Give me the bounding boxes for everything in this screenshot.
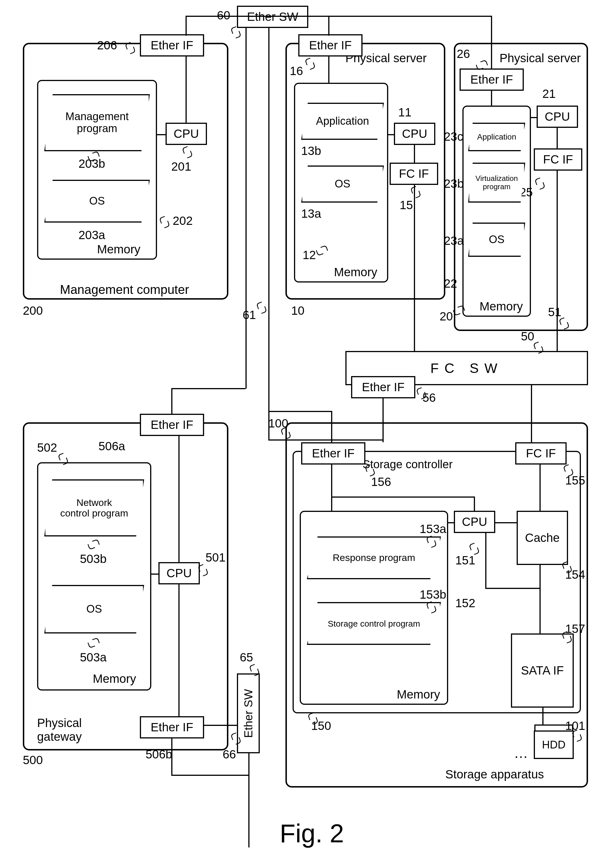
gw-ether-if-b: Ether IF: [140, 716, 204, 738]
ref-13a: 13a: [301, 207, 321, 221]
ref-15: 15: [399, 198, 413, 212]
s2-memory-label: Memory: [479, 300, 523, 313]
ref-503b: 503b: [80, 552, 106, 566]
ref-23b: 23b: [444, 177, 464, 191]
management-computer-label: Management computer: [60, 282, 189, 297]
fcsw-ether-if: Ether IF: [351, 376, 415, 398]
ref-11: 11: [398, 106, 412, 119]
ref-200: 200: [23, 304, 43, 317]
ref-61: 61: [243, 308, 256, 322]
ref-23c: 23c: [444, 130, 463, 144]
s2-os: OS: [468, 222, 525, 257]
ref-12: 12: [303, 248, 316, 262]
s2-application: Application: [468, 123, 525, 151]
s1-memory-label: Memory: [334, 265, 377, 279]
mgmt-program: Management program: [44, 94, 150, 151]
gw-memory-label: Memory: [93, 672, 136, 686]
storage-control-program: Storage control program: [307, 602, 441, 645]
s1-os: OS: [301, 166, 384, 202]
s2-ether-if: Ether IF: [459, 69, 524, 91]
storage-apparatus-label: Storage apparatus: [445, 768, 544, 781]
ref-202: 202: [173, 214, 193, 228]
ref-65: 65: [240, 650, 253, 664]
gw-cpu: CPU: [158, 562, 200, 584]
ref-21: 21: [542, 87, 556, 101]
ref-506b: 506b: [146, 748, 172, 761]
ref-66: 66: [223, 748, 236, 761]
ref-50: 50: [521, 330, 534, 343]
ether-sw-1: Ether SW: [237, 6, 308, 28]
server2-label: Physical server: [499, 51, 581, 65]
gw-ether-if-a: Ether IF: [140, 414, 204, 436]
ref-151: 151: [455, 554, 475, 567]
ref-60: 60: [217, 9, 230, 22]
ref-16: 16: [290, 64, 303, 78]
storage-controller-label: Storage controller: [362, 458, 453, 471]
ref-23a: 23a: [444, 234, 464, 248]
ref-10: 10: [291, 304, 304, 317]
ref-203a: 203a: [78, 228, 105, 242]
gateway-label: Physical gateway: [37, 716, 81, 744]
ref-206: 206: [97, 38, 117, 52]
ref-20: 20: [439, 310, 453, 323]
ref-201: 201: [171, 160, 191, 173]
storage-cpu: CPU: [454, 511, 495, 533]
storage-fc-if: FC IF: [515, 442, 567, 465]
storage-sata-if: SATA IF: [511, 633, 574, 708]
s1-fc-if: FC IF: [390, 163, 438, 185]
s1-ether-if: Ether IF: [298, 34, 362, 57]
ref-153a: 153a: [419, 522, 446, 536]
storage-memory-label: Memory: [397, 688, 440, 701]
ref-503a: 503a: [80, 650, 106, 664]
storage-ether-if: Ether IF: [301, 442, 366, 465]
s1-application: Application: [301, 103, 384, 140]
ref-22: 22: [444, 277, 457, 290]
ref-502: 502: [37, 441, 57, 454]
ref-51: 51: [548, 305, 562, 319]
mgmt-os: OS: [44, 180, 150, 222]
s2-virtualization: Virtualization program: [468, 163, 525, 202]
s1-cpu: CPU: [394, 123, 435, 145]
storage-response-program: Response program: [307, 537, 441, 579]
gw-os: OS: [44, 585, 144, 633]
ref-13b: 13b: [301, 144, 321, 158]
ref-153b: 153b: [419, 588, 446, 601]
mgmt-cpu: CPU: [166, 123, 207, 145]
hdd-more: …: [514, 745, 528, 761]
s2-cpu: CPU: [537, 106, 578, 128]
storage-cache: Cache: [517, 511, 568, 565]
ref-156: 156: [371, 475, 391, 489]
storage-hdd: HDD: [534, 730, 574, 759]
ref-500: 500: [23, 753, 43, 767]
ref-152: 152: [455, 597, 475, 610]
figure-title: Fig. 2: [280, 819, 344, 848]
mgmt-memory-label: Memory: [97, 242, 140, 256]
ref-506a: 506a: [98, 439, 125, 453]
gw-net-program: Network control program: [44, 479, 144, 537]
ref-501: 501: [206, 551, 226, 564]
ref-26: 26: [457, 47, 470, 61]
mgmt-ether-if: Ether IF: [140, 34, 204, 57]
s2-fc-if: FC IF: [534, 149, 582, 171]
